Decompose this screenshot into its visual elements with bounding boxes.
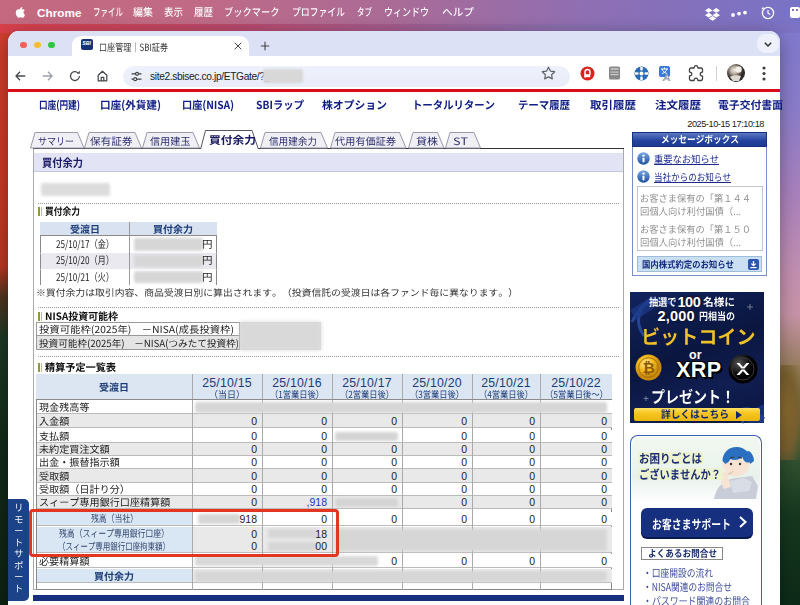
svg-text:₿: ₿: [642, 359, 654, 376]
